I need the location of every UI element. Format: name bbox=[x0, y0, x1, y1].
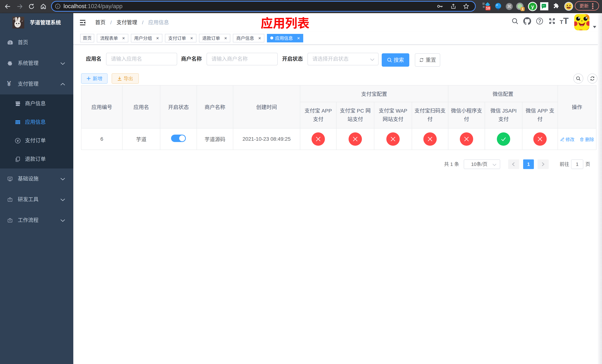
svg-text:y: y bbox=[531, 4, 534, 10]
svg-text:10: 10 bbox=[486, 6, 490, 10]
svg-text:1: 1 bbox=[522, 7, 524, 11]
svg-text:⌘: ⌘ bbox=[507, 4, 511, 9]
